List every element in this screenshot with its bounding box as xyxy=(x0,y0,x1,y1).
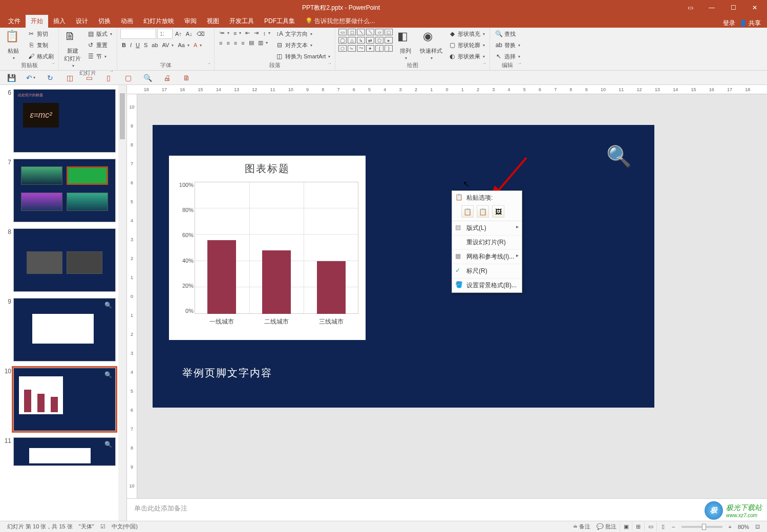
align-left-button[interactable]: ≡ xyxy=(218,39,224,47)
clear-format-button[interactable]: ⌫ xyxy=(195,30,206,38)
underline-button[interactable]: U xyxy=(134,41,141,49)
undo-button[interactable]: ↶ xyxy=(26,73,36,83)
copy-button[interactable]: ⎘复制 xyxy=(26,40,55,50)
maximize-btn[interactable]: ☐ xyxy=(723,1,743,15)
shape-outline-button[interactable]: ▢形状轮廓 xyxy=(446,40,486,50)
save-button[interactable]: 💾 xyxy=(6,73,16,83)
notes-pane[interactable]: 单击此处添加备注 xyxy=(127,498,767,521)
zoom-out[interactable]: − xyxy=(669,524,678,530)
view-reading[interactable]: ▭ xyxy=(644,522,656,531)
line-spacing-button[interactable]: ↕ xyxy=(261,29,272,37)
font-color-button[interactable]: A xyxy=(192,41,203,49)
slide-thumb-7[interactable]: 7 xyxy=(3,159,123,222)
shape-fill-button[interactable]: ◆形状填充 xyxy=(446,29,486,39)
fit-to-window[interactable]: ⊡ xyxy=(752,523,763,530)
tab-design[interactable]: 设计 xyxy=(71,15,93,28)
zoom-slider[interactable] xyxy=(681,526,722,528)
ctx-reset-slide[interactable]: 重设幻灯片(R) xyxy=(452,236,522,250)
qat-btn-5[interactable]: 🔍 xyxy=(142,73,153,83)
share-button[interactable]: 👤 共享 xyxy=(739,19,761,28)
shape-effects-button[interactable]: ◐形状效果 xyxy=(446,51,486,61)
redo-button[interactable]: ↻ xyxy=(45,73,55,83)
view-normal[interactable]: ▣ xyxy=(620,522,632,531)
zoom-in[interactable]: + xyxy=(726,524,735,530)
section-button[interactable]: ☰节 xyxy=(85,51,114,61)
view-slideshow[interactable]: ▯ xyxy=(656,522,669,531)
ctx-grid-guides[interactable]: ▦网格和参考线(I)... xyxy=(452,250,522,264)
login-link[interactable]: 登录 xyxy=(723,19,735,28)
replace-button[interactable]: ab替换 xyxy=(493,40,522,50)
cut-button[interactable]: ✂剪切 xyxy=(26,29,55,39)
paste-picture[interactable]: 🖼 xyxy=(492,205,504,218)
tab-animation[interactable]: 动画 xyxy=(116,15,138,28)
increase-indent-button[interactable]: ⇥ xyxy=(252,29,260,37)
italic-button[interactable]: I xyxy=(129,41,133,49)
view-sorter[interactable]: ⊞ xyxy=(632,522,644,531)
convert-smartart-button[interactable]: ◫转换为 SmartArt xyxy=(274,51,332,61)
ctx-format-bg[interactable]: 🪣设置背景格式(B)... xyxy=(452,279,522,292)
minimize-btn[interactable]: — xyxy=(701,1,722,15)
font-size-combo[interactable] xyxy=(157,29,173,39)
slide-canvas[interactable]: 🔍 图表标题 100%80%60%40%20%0% 一 xyxy=(153,125,654,408)
comments-toggle[interactable]: 💬 批注 xyxy=(593,523,620,530)
tab-view[interactable]: 视图 xyxy=(202,15,224,28)
slide-thumb-10[interactable]: 10 🔍 xyxy=(3,368,123,431)
align-center-button[interactable]: ≡ xyxy=(225,39,231,47)
quick-styles-button[interactable]: ◉快速样式 xyxy=(418,29,444,61)
chart-object[interactable]: 图表标题 100%80%60%40%20%0% 一线城市二线城市三线城市 xyxy=(169,156,366,340)
slide-footer-text[interactable]: 举例页脚文字内容 xyxy=(182,366,272,380)
slide-canvas-area[interactable]: 🔍 图表标题 100%80%60%40%20%0% 一 xyxy=(137,94,767,498)
format-painter-button[interactable]: 🖌格式刷 xyxy=(26,51,55,61)
strike-button[interactable]: S xyxy=(142,41,149,49)
paste-use-dest-theme[interactable]: 📋 xyxy=(461,205,474,218)
decrease-font-button[interactable]: A↓ xyxy=(184,30,194,38)
paste-keep-source[interactable]: 📋 xyxy=(477,205,489,218)
tab-transition[interactable]: 切换 xyxy=(93,15,116,28)
slide-thumb-8[interactable]: 8 xyxy=(3,228,123,292)
tab-slideshow[interactable]: 幻灯片放映 xyxy=(138,15,179,28)
qat-btn-7[interactable]: 🗎 xyxy=(181,73,191,83)
justify-button[interactable]: ≡ xyxy=(240,39,246,47)
reset-button[interactable]: ↺重置 xyxy=(85,40,114,50)
tab-review[interactable]: 审阅 xyxy=(179,15,202,28)
status-slide-info[interactable]: 幻灯片 第 10 张，共 15 张 xyxy=(4,523,76,530)
shape-gallery[interactable]: ▭◻＼＼▱▢ ◯△↳⇄⬠▸ ⬡⤷〜✦{} xyxy=(338,29,393,53)
status-accessibility[interactable]: ☑ xyxy=(97,523,109,530)
status-language[interactable]: 中文(中国) xyxy=(109,523,141,530)
layout-button[interactable]: ▤版式 xyxy=(85,29,114,39)
slide-thumb-6[interactable]: 6 此处照片的标题 ε=mc² xyxy=(3,89,123,153)
tab-home[interactable]: 开始 xyxy=(26,15,48,28)
close-btn[interactable]: ✕ xyxy=(744,1,765,15)
qat-btn-6[interactable]: 🖨 xyxy=(162,73,172,83)
bullets-button[interactable]: ≔ xyxy=(218,29,231,37)
slide-thumb-11[interactable]: 11 🔍 xyxy=(3,437,123,466)
align-right-button[interactable]: ≡ xyxy=(232,39,239,47)
numbering-button[interactable]: ≡ xyxy=(232,29,243,37)
paste-button[interactable]: 📋粘贴 xyxy=(3,29,24,61)
arrange-button[interactable]: ◧排列 xyxy=(395,29,416,61)
tab-insert[interactable]: 插入 xyxy=(48,15,71,28)
increase-font-button[interactable]: A↑ xyxy=(174,30,183,38)
slide-thumbnail-panel[interactable]: 6 此处照片的标题 ε=mc² 7 8 9 🔍 xyxy=(0,85,127,521)
slide-thumb-9[interactable]: 9 🔍 xyxy=(3,298,123,361)
change-case-button[interactable]: Aa xyxy=(176,41,190,49)
bold-button[interactable]: B xyxy=(120,41,127,49)
columns-button[interactable]: ▥ xyxy=(257,38,269,47)
qat-btn-4[interactable]: ▢ xyxy=(123,73,133,83)
decrease-indent-button[interactable]: ⇤ xyxy=(244,29,251,37)
new-slide-button[interactable]: 🗎新建 幻灯片 xyxy=(62,29,83,69)
ctx-ruler[interactable]: ✓标尺(R) xyxy=(452,264,522,279)
align-text-button[interactable]: ⊟对齐文本 xyxy=(274,40,332,50)
text-direction-button[interactable]: ↕A文字方向 xyxy=(274,29,332,39)
notes-toggle[interactable]: ≐ 备注 xyxy=(570,523,593,530)
ribbon-display-btn[interactable]: ▭ xyxy=(680,1,700,15)
thumbnail-scrollbar[interactable] xyxy=(118,85,126,521)
char-spacing-button[interactable]: AV xyxy=(161,41,176,49)
tab-devtools[interactable]: 开发工具 xyxy=(224,15,259,28)
font-name-combo[interactable] xyxy=(120,29,156,39)
tab-file[interactable]: 文件 xyxy=(3,15,26,28)
find-button[interactable]: 🔍查找 xyxy=(493,29,517,39)
shadow-button[interactable]: ab xyxy=(150,41,159,49)
tell-me-search[interactable]: 💡 告诉我您想要做什么... xyxy=(300,15,380,28)
ctx-layout[interactable]: ▤版式(L) xyxy=(452,221,522,236)
